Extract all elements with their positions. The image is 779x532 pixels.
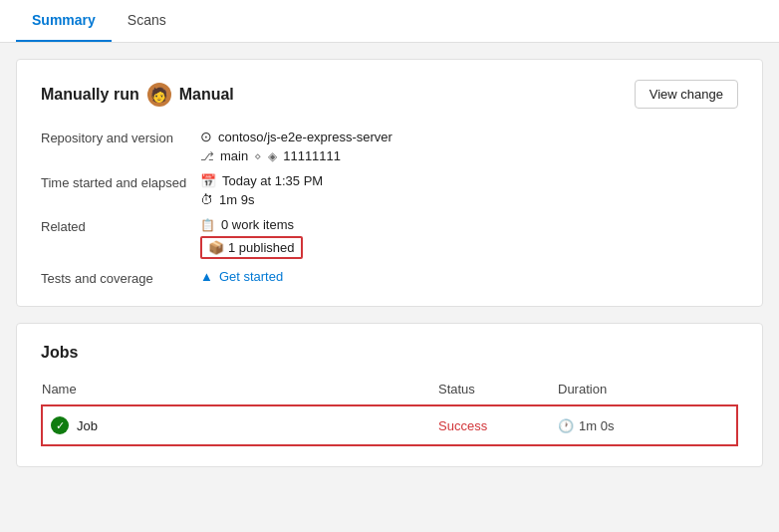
view-change-button[interactable]: View change [635,80,738,109]
info-table: Repository and version ⊙ contoso/js-e2e-… [41,129,738,286]
manual-label: Manual [179,86,234,104]
get-started-link[interactable]: Get started [219,269,283,284]
main-content: Manually run 🧑 Manual View change Reposi… [0,43,779,483]
workitem-icon: 📋 [200,218,215,232]
elapsed-time: 1m 9s [219,192,254,207]
col-name: Name [42,374,438,405]
published-text: 1 published [228,240,295,255]
tabs-bar: Summary Scans [0,0,779,43]
tests-label: Tests and coverage [41,269,200,286]
repo-value: ⊙ contoso/js-e2e-express-server ⎇ main ⋄… [200,129,738,163]
time-label: Time started and elapsed [41,173,200,207]
col-status: Status [438,374,558,405]
duration-clock-icon: 🕐 [558,418,574,433]
time-started: Today at 1:35 PM [222,173,323,188]
commit-icon: ◈ [268,149,277,163]
published-box: 📦 1 published [200,236,303,259]
manually-run-label: Manually run [41,86,139,104]
related-value: 📋 0 work items 📦 1 published [200,217,738,259]
summary-card-header: Manually run 🧑 Manual View change [41,80,738,109]
status-badge: Success [438,418,487,433]
jobs-title: Jobs [41,344,738,362]
tests-value: ▲ Get started [200,269,738,286]
table-row: ✓ Job Success 🕐 1m 0s [42,405,737,445]
summary-card: Manually run 🧑 Manual View change Reposi… [16,59,763,307]
jobs-card: Jobs Name Status Duration ✓ Job [16,323,763,467]
tab-scans[interactable]: Scans [112,0,182,42]
col-duration: Duration [558,374,737,405]
repo-name: contoso/js-e2e-express-server [218,130,392,144]
tests-icon: ▲ [200,269,213,284]
github-icon: ⊙ [200,129,212,144]
success-icon: ✓ [51,416,69,434]
summary-title: Manually run 🧑 Manual [41,83,234,107]
avatar: 🧑 [147,83,171,107]
separator: ⋄ [254,149,262,163]
jobs-table: Name Status Duration ✓ Job Success [41,374,738,446]
work-items: 0 work items [221,217,294,232]
job-duration: 1m 0s [579,418,614,433]
calendar-icon: 📅 [200,173,216,188]
commit-hash: 11111111 [283,148,341,163]
time-value: 📅 Today at 1:35 PM ⏱ 1m 9s [200,173,738,207]
branch-icon: ⎇ [200,149,214,163]
artifact-icon: 📦 [208,240,224,255]
tab-summary[interactable]: Summary [16,0,112,42]
related-label: Related [41,217,200,259]
repo-label: Repository and version [41,129,200,163]
clock-icon: ⏱ [200,192,213,207]
job-duration-cell: 🕐 1m 0s [558,405,737,445]
job-name: Job [77,418,98,433]
job-name-cell: ✓ Job [42,405,438,445]
jobs-table-header: Name Status Duration [42,374,737,405]
job-status-cell: Success [438,405,558,445]
branch-name: main [220,148,248,163]
